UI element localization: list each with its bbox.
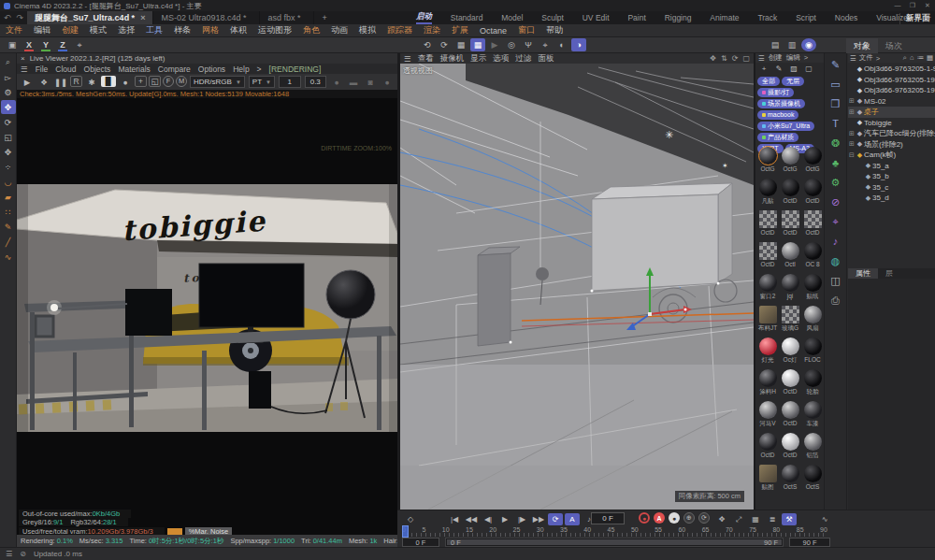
undo-icon[interactable]: ↶ [4,13,11,22]
range-end-field[interactable]: 90 F [789,538,830,547]
layout-tab[interactable]: Rigging [665,13,692,22]
expander-icon[interactable]: ⊞ [848,108,856,116]
menu-item[interactable]: 模拟 [353,24,381,36]
keyframe-filter-icon[interactable]: ▦ [748,513,763,525]
menu-item[interactable]: 模式 [84,24,112,36]
object-tree-row[interactable]: ◆ Tobiggie [848,118,935,129]
tool-icon[interactable]: ∷ [1,205,16,219]
transport-button[interactable]: |◀ [447,513,462,525]
object-tree-row[interactable]: ◆ Obj3d66-9763205-195-908 [848,75,935,86]
layout-tab[interactable]: 启动 [416,11,432,24]
tool-icon[interactable]: ⟳ [1,115,16,129]
menu-item[interactable]: 工具 [140,24,168,36]
transport-button[interactable]: ◀| [481,513,496,525]
close-button[interactable]: ✕ [920,2,935,9]
material-swatch[interactable]: FLOC [801,337,824,368]
live-viewer-menu-item[interactable]: Compare [158,65,191,74]
maximize-button[interactable]: ❐ [905,2,920,9]
material-swatch[interactable]: 贴图 [756,464,779,495]
live-viewer-menu-item[interactable]: File [36,65,49,74]
transport-button[interactable]: ▶ [497,513,512,525]
keyframe-icon[interactable]: ◇ [403,513,418,525]
create-object-icon[interactable]: ⌖ [827,212,845,231]
tool-icon[interactable]: ⁘ [1,160,16,174]
toolbar-icon[interactable]: ▣ [5,38,20,51]
material-swatch[interactable]: OctD [756,241,779,273]
material-swatch[interactable]: 灯光 [756,337,779,368]
material-swatch[interactable]: OctG [779,146,801,178]
toolbar-icon[interactable]: Ψ [521,38,536,51]
create-object-icon[interactable]: ⎙ [827,291,845,309]
object-tree-row[interactable]: ◆ 35_d [848,193,935,204]
live-viewer-menu-item[interactable]: Help [233,65,249,74]
tool-icon[interactable]: ◱ [1,130,16,144]
create-object-icon[interactable]: ◍ [827,251,845,270]
viewport-nav-icon[interactable]: ▢ [742,54,750,63]
hamburger-icon[interactable]: ☰ [6,550,12,558]
live-viewer-tab[interactable]: × Live Viewer 2022.1.2-[R2] (125 days le… [17,53,397,64]
octane-tool-icon[interactable]: F [163,76,174,87]
material-swatch[interactable]: OC 8 [801,241,824,273]
material-swatch[interactable]: 风扇 [801,305,824,337]
layer-pill[interactable]: 全部 [757,77,780,86]
object-menu-file[interactable]: 文件 [859,53,873,63]
menu-item[interactable]: 体积 [224,24,252,36]
transport-button[interactable]: ▶▶ [531,513,546,525]
live-viewer-menu-item[interactable]: Cloud [55,65,76,74]
octane-tool-icon[interactable]: ▉ [101,76,116,87]
live-viewer-menu-item[interactable]: Options [198,65,225,74]
material-swatch[interactable]: 轮胎 [801,368,824,400]
keyframe-filter-icon[interactable]: ✥ [714,513,729,525]
object-tool-icon[interactable]: ▦ [927,53,933,63]
material-swatch[interactable]: OctD [779,209,801,241]
material-swatch[interactable]: OctD [756,209,779,241]
layout-tab[interactable]: Animate [710,13,739,22]
tool-icon[interactable]: ✎ [1,220,16,234]
playhead[interactable] [402,525,409,538]
layout-tab[interactable]: UV Edit [583,13,610,22]
toolbar-icon[interactable]: ⟳ [437,38,452,51]
menu-item[interactable]: 文件 [0,24,28,36]
tool-icon[interactable]: ✥ [1,145,16,159]
material-swatch[interactable]: 布料JT [756,305,779,337]
transport-button[interactable]: ◀◀ [464,513,479,525]
toolbar-icon[interactable]: ⟲ [420,38,435,51]
toolbar-icon[interactable]: ◑ [571,38,586,51]
octane-extra-icon[interactable]: ◙ [363,76,378,89]
material-swatch[interactable]: OctD [779,400,801,432]
tool-icon[interactable]: ▻ [1,70,16,84]
timeline-toggle[interactable]: A [565,513,580,525]
material-swatch[interactable]: 车漆 [801,400,824,432]
viewport-nav-icon[interactable]: ✥ [710,54,716,63]
material-swatch[interactable]: 玻璃G [779,305,801,337]
material-swatch[interactable]: 铝箔 [801,432,824,464]
object-tool-icon[interactable]: ⌂ [910,53,914,63]
toolbar-icon[interactable]: X [22,38,36,51]
current-frame-field[interactable]: 0 F [591,512,625,524]
preview-range-track[interactable]: 0 F 90 F [445,538,784,547]
material-swatch[interactable]: OctD [779,178,801,209]
live-viewer-menu-item[interactable]: > [257,65,262,74]
menu-item[interactable]: 选择 [112,24,140,36]
object-tree-row[interactable]: ◆ 35_b [848,171,935,182]
hamburger-icon[interactable]: ☰ [21,65,28,74]
create-object-icon[interactable]: ❒ [827,94,845,113]
menu-item[interactable]: 编辑 [28,24,56,36]
material-swatch[interactable]: OctD [756,432,779,464]
octane-extra-icon[interactable]: ● [329,76,344,89]
create-object-icon[interactable]: ⚙ [827,173,845,192]
layer-pill[interactable]: 小米Su7_Ultra [757,122,814,131]
viewport-menu-item[interactable]: 选项 [493,53,509,65]
live-viewer-menu-item[interactable]: Objects [84,65,111,74]
object-tool-icon[interactable]: ⌕ [903,53,907,63]
attribute-tab[interactable]: 属性 [848,268,878,279]
tool-icon[interactable]: ╱ [1,235,16,249]
layer-pill[interactable]: 摄影/灯 [757,88,794,97]
more-icon[interactable]: > [876,54,880,63]
material-swatch[interactable]: OctD [801,209,824,241]
toolbar-icon[interactable]: Z [55,38,70,51]
record-button[interactable]: ⊕ [683,512,695,524]
render-toolbar-icon[interactable]: ▥ [784,38,799,51]
layer-tool-icon[interactable]: ▨ [788,64,799,74]
timeline-toggle[interactable]: ⟳ [548,513,563,525]
